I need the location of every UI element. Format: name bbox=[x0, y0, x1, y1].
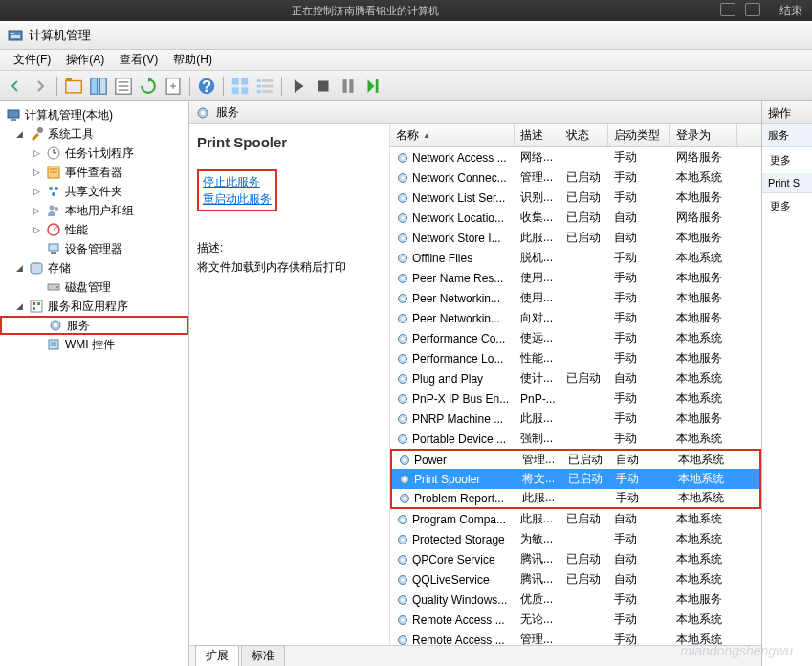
service-startup: 手动 bbox=[608, 390, 670, 407]
tree-wmi[interactable]: ▷ WMI 控件 bbox=[0, 335, 188, 354]
service-logon: 本地系统 bbox=[670, 330, 737, 346]
tab-standard[interactable]: 标准 bbox=[241, 645, 285, 666]
collapse-icon[interactable]: ◢ bbox=[13, 262, 25, 274]
service-row[interactable]: QPCore Service腾讯...已启动自动本地系统 bbox=[390, 549, 761, 569]
show-hide-button[interactable] bbox=[87, 75, 110, 98]
menu-help[interactable]: 帮助(H) bbox=[165, 50, 220, 70]
tree-task-scheduler[interactable]: ▷ 任务计划程序 bbox=[0, 144, 188, 163]
actions-more-1[interactable]: 更多 bbox=[762, 147, 812, 173]
gear-icon bbox=[396, 252, 409, 265]
service-row[interactable]: Network Locatio...收集...已启动自动网络服务 bbox=[390, 208, 761, 228]
menu-view[interactable]: 查看(V) bbox=[112, 50, 165, 70]
service-row[interactable]: Network Access ...网络...手动网络服务 bbox=[390, 147, 761, 167]
restart-service-link[interactable]: 重启动此服务 bbox=[203, 190, 272, 208]
service-row[interactable]: Peer Networkin...向对...手动本地服务 bbox=[390, 308, 761, 328]
remote-icon-1[interactable] bbox=[720, 3, 735, 16]
col-name[interactable]: 名称▲ bbox=[390, 124, 515, 146]
view-list-button[interactable] bbox=[253, 75, 276, 98]
service-row[interactable]: Offline Files脱机...手动本地系统 bbox=[390, 248, 761, 268]
tree-services[interactable]: ▷ 服务 bbox=[0, 316, 188, 335]
tree-performance[interactable]: ▷ 性能 bbox=[0, 220, 188, 239]
service-row[interactable]: Network Connec...管理...已启动手动本地系统 bbox=[390, 167, 761, 188]
menu-action[interactable]: 操作(A) bbox=[58, 50, 112, 70]
service-row[interactable]: PNRP Machine ...此服...手动本地服务 bbox=[390, 409, 761, 429]
tree-device-manager[interactable]: ▷ 设备管理器 bbox=[0, 239, 188, 258]
remote-icon-2[interactable] bbox=[745, 3, 760, 16]
service-status: 已启动 bbox=[560, 511, 608, 527]
view-large-button[interactable] bbox=[229, 75, 252, 98]
tree-disk-management[interactable]: ▷ 磁盘管理 bbox=[0, 278, 188, 297]
col-startup[interactable]: 启动类型 bbox=[608, 124, 670, 146]
expand-icon[interactable]: ▷ bbox=[31, 205, 42, 216]
service-row[interactable]: Remote Access ...无论...手动本地系统 bbox=[390, 610, 761, 630]
service-desc: 使远... bbox=[515, 330, 560, 346]
up-button[interactable] bbox=[62, 75, 85, 98]
service-startup: 手动 bbox=[608, 250, 670, 266]
refresh-button[interactable] bbox=[137, 75, 160, 98]
tab-extended[interactable]: 扩展 bbox=[195, 645, 239, 666]
help-button[interactable]: ? bbox=[195, 75, 218, 98]
service-desc: PnP-... bbox=[515, 392, 560, 406]
service-row[interactable]: Plug and Play使计...已启动自动本地系统 bbox=[390, 368, 761, 388]
service-logon: 本地系统 bbox=[670, 370, 737, 387]
list-body[interactable]: Network Access ...网络...手动网络服务Network Con… bbox=[390, 147, 761, 645]
expand-icon[interactable]: ▷ bbox=[31, 186, 42, 197]
expand-icon[interactable]: ▷ bbox=[31, 224, 42, 235]
actions-section-services[interactable]: 服务 bbox=[762, 124, 812, 147]
expand-icon[interactable]: ▷ bbox=[31, 166, 42, 178]
collapse-icon[interactable]: ◢ bbox=[13, 128, 25, 140]
service-row[interactable]: Quality Windows...优质...手动本地服务 bbox=[390, 589, 761, 610]
service-row[interactable]: Protected Storage为敏...手动本地系统 bbox=[390, 529, 761, 549]
properties-button[interactable] bbox=[112, 75, 135, 98]
service-row[interactable]: Peer Networkin...使用...手动本地服务 bbox=[390, 288, 761, 308]
actions-more-2[interactable]: 更多 bbox=[762, 193, 812, 219]
service-desc: 此服... bbox=[516, 490, 562, 506]
tree-event-viewer[interactable]: ▷ 事件查看器 bbox=[0, 163, 188, 182]
service-row[interactable]: Portable Device ...强制...手动本地系统 bbox=[390, 429, 761, 449]
tree-system-tools[interactable]: ◢ 系统工具 bbox=[0, 124, 188, 144]
service-row[interactable]: Problem Report...此服...手动本地系统 bbox=[390, 489, 761, 509]
pause-button[interactable] bbox=[337, 75, 360, 98]
service-name: Network Access ... bbox=[412, 151, 507, 165]
service-row[interactable]: Peer Name Res...使用...手动本地服务 bbox=[390, 268, 761, 288]
service-row[interactable]: Performance Co...使远...手动本地系统 bbox=[390, 328, 761, 348]
service-row[interactable]: Network Store I...此服...已启动自动本地服务 bbox=[390, 228, 761, 248]
service-row[interactable]: Performance Lo...性能...手动本地服务 bbox=[390, 348, 761, 368]
service-row[interactable]: Print Spooler将文...已启动手动本地系统 bbox=[390, 469, 761, 489]
service-row[interactable]: QQLiveService腾讯...已启动自动本地系统 bbox=[390, 569, 761, 589]
tree-local-users[interactable]: ▷ 本地用户和组 bbox=[0, 201, 188, 220]
col-status[interactable]: 状态 bbox=[560, 124, 608, 146]
service-logon: 本地系统 bbox=[672, 490, 739, 506]
export-button[interactable] bbox=[162, 75, 185, 98]
stop-service-link[interactable]: 停止此服务 bbox=[203, 173, 272, 190]
service-row[interactable]: Power管理...已启动自动本地系统 bbox=[390, 449, 761, 469]
gear-icon bbox=[396, 191, 409, 205]
service-row[interactable]: Remote Access ...管理...手动本地系统 bbox=[390, 630, 761, 645]
col-logon[interactable]: 登录为 bbox=[670, 124, 737, 146]
col-desc[interactable]: 描述 bbox=[515, 124, 560, 146]
tree-root[interactable]: 计算机管理(本地) bbox=[0, 105, 188, 124]
stop-button[interactable] bbox=[312, 75, 335, 98]
service-row[interactable]: PnP-X IP Bus En...PnP-...手动本地系统 bbox=[390, 388, 761, 409]
tree-storage[interactable]: ◢ 存储 bbox=[0, 258, 188, 278]
restart-button[interactable] bbox=[362, 75, 384, 98]
back-button[interactable] bbox=[4, 75, 27, 98]
tree-shared-folders[interactable]: ▷ 共享文件夹 bbox=[0, 182, 188, 201]
service-row[interactable]: Network List Ser...识别...已启动手动本地服务 bbox=[390, 188, 761, 208]
tree-services-apps[interactable]: ◢ 服务和应用程序 bbox=[0, 297, 188, 316]
svg-point-29 bbox=[37, 127, 43, 133]
svg-rect-51 bbox=[33, 307, 35, 310]
expand-icon[interactable]: ▷ bbox=[31, 147, 42, 159]
menu-file[interactable]: 文件(F) bbox=[6, 50, 58, 70]
forward-button[interactable] bbox=[29, 75, 52, 98]
actions-section-print[interactable]: Print S bbox=[762, 173, 812, 193]
collapse-icon[interactable]: ◢ bbox=[13, 300, 25, 312]
play-button[interactable] bbox=[287, 75, 310, 98]
clock-icon bbox=[46, 145, 61, 161]
svg-point-62 bbox=[401, 176, 405, 180]
remote-end-label[interactable]: 结束 bbox=[779, 3, 802, 19]
service-desc: 腾讯... bbox=[515, 571, 560, 588]
service-name: Remote Access ... bbox=[412, 633, 505, 646]
service-name: Performance Lo... bbox=[412, 352, 503, 366]
service-row[interactable]: Program Compa...此服...已启动自动本地系统 bbox=[390, 509, 761, 529]
